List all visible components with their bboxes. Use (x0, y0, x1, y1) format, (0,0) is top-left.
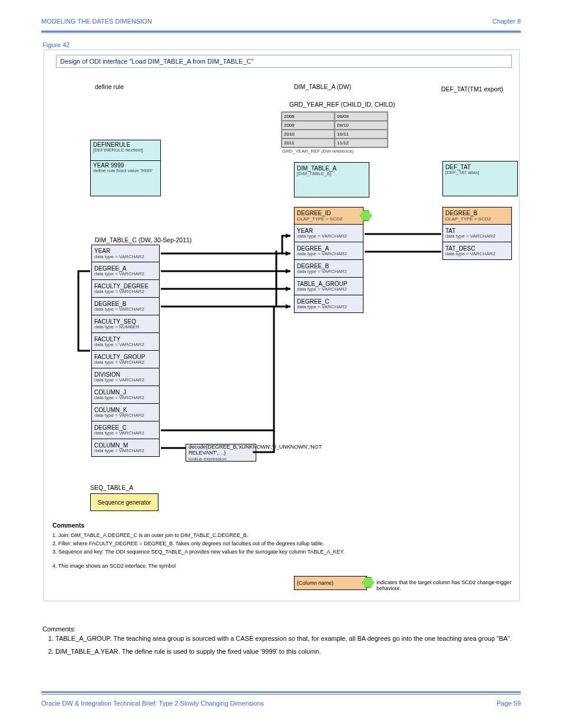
heading-dim-table: DIM_TABLE_A (DW) (294, 83, 351, 90)
tat-stack: DEGREE_BOLAP_TYPE = SCD2 TATdata type = … (442, 207, 512, 260)
heading-def-tat: DEF_TAT(TM1 export) (441, 85, 503, 93)
dim-stack: DEGREE_IDOLAP_TYPE = SCD2 YEARdata type … (294, 207, 363, 313)
dim-tablec-stack: YEARdata type = VARCHAR2 DEGREE_Adata ty… (91, 245, 160, 457)
header-left: MODELING THE DATES DIMENSION (41, 18, 152, 25)
legend-title: Comments (52, 522, 84, 529)
heading-seq: SEQ_TABLE_A (90, 484, 133, 491)
footer-rule-thin (41, 694, 521, 694)
lookup-expression-box: decode(DEGREE_B,'xUNKNOWN','0_UNKNOWN','… (186, 444, 256, 462)
heading-table-c: DIM_TABLE_C (DW, 30-Sep-2011) (95, 236, 191, 243)
list-item-2: DIM_TABLE_A.YEAR. The define rule is use… (55, 647, 517, 657)
legend-scd2-box: (Column name) (294, 576, 367, 590)
footer-right: Page 59 (497, 700, 521, 707)
list-heading: Comments: (42, 625, 75, 633)
figure-frame: Design of ODI interface "Load DIM_TABLE_… (44, 50, 520, 601)
legend-line1: 1. Join: DIM_TABLE_A.DEGREE_C is an oute… (52, 532, 506, 538)
define-rule-box: DEFINERULE[DEFINERULE flexfield] YEAR 99… (90, 140, 161, 196)
legend-line2: 2. Filter: where FACULTY_DEGREE = DEGREE… (52, 541, 506, 546)
text-below-figure: Comments: TABLE_A_GROUP. The teaching ar… (42, 625, 517, 660)
footer-rule (41, 691, 521, 693)
figure-number: Figure 42 (42, 41, 70, 48)
footer-left: Oracle DW & Integration Technical Brief:… (41, 700, 264, 707)
legend-line4: 4. This image shows an SCD2 interface. T… (52, 563, 176, 569)
grd-year-ref-table: 200808/09 200909/10 201010/11 201111/12 (281, 111, 388, 148)
sequence-generator-box: Sequence generator (90, 493, 158, 511)
list-item-1: TABLE_A_GROUP. The teaching area group i… (55, 634, 517, 644)
header-rule (41, 31, 521, 32)
figure-title: Design of ODI interface "Load DIM_TABLE_… (56, 55, 512, 68)
heading-yearref: GRD_YEAR_REF (CHILD_ID, CHILD) (289, 101, 395, 108)
legend-line3: 3. Sequence and key: The ODI sequence SE… (52, 549, 506, 555)
heading-define: define rule (95, 83, 124, 90)
grd-subtitle: GRD_YEAR_REF (DW reference) (282, 149, 353, 154)
legend-scd2-text: indicates that the target column has SCD… (376, 579, 519, 591)
header-rule-thin (41, 32, 521, 33)
dim-tablea-title-box: DIM_TABLE_A[DIM_TABLE_A] (294, 162, 369, 197)
header-right: Chapter 8 (492, 18, 521, 25)
def-tat-title-box: DEF_TAT[DEF_TAT alias] (442, 161, 518, 196)
